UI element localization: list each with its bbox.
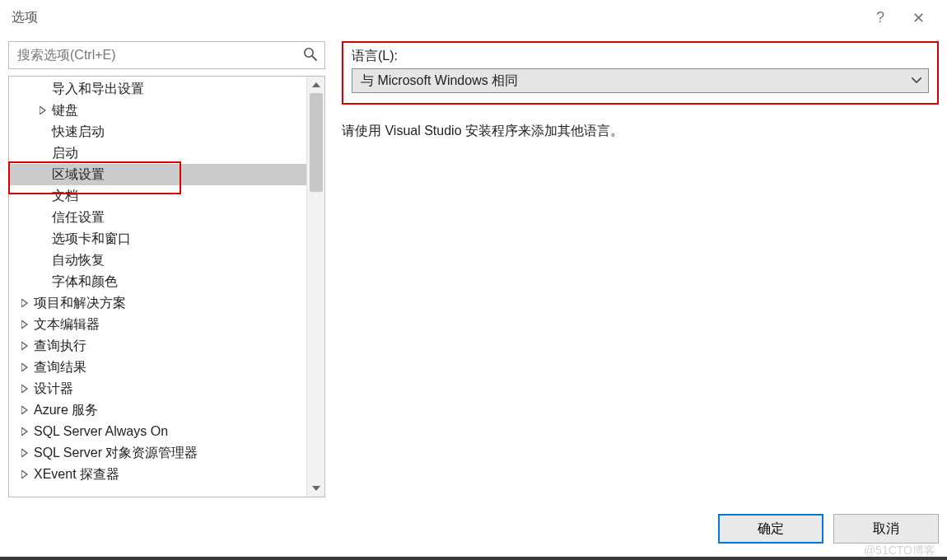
tree-item-label: 自动恢复 [52,252,105,269]
expander-icon[interactable] [19,406,30,414]
tree-item[interactable]: 启动 [9,142,306,164]
tree-item-label: 文档 [52,188,78,205]
language-label: 语言(L): [352,48,398,65]
language-info-text: 请使用 Visual Studio 安装程序来添加其他语言。 [342,123,939,140]
expander-icon[interactable] [37,106,49,114]
scroll-down-icon[interactable] [307,480,324,497]
window-title: 选项 [12,9,38,26]
tree-item[interactable]: 区域设置 [9,164,306,185]
tree-item[interactable]: 文档 [9,185,306,207]
tree-item-label: 快速启动 [52,124,105,141]
tree-item[interactable]: 文本编辑器 [9,314,306,335]
tree-item[interactable]: 信任设置 [9,207,306,228]
language-combobox[interactable]: 与 Microsoft Windows 相同 [352,68,929,93]
tree-item[interactable]: 查询结果 [9,357,306,378]
tree-item[interactable]: SQL Server 对象资源管理器 [9,442,306,464]
tree-item-label: 查询执行 [34,338,86,355]
expander-icon[interactable] [19,299,30,307]
tree-item[interactable]: 设计器 [9,378,306,399]
content-row: 导入和导出设置键盘快速启动启动区域设置文档信任设置选项卡和窗口自动恢复字体和颜色… [0,36,947,497]
tree-item[interactable]: 查询执行 [9,335,306,357]
close-button[interactable]: ✕ [899,5,937,31]
help-icon: ? [876,9,884,26]
tree-item-label: 选项卡和窗口 [52,231,131,248]
right-panel: 语言(L): 与 Microsoft Windows 相同 请使用 Visual… [325,41,939,497]
close-icon: ✕ [912,9,925,27]
language-selected-value: 与 Microsoft Windows 相同 [361,72,518,90]
svg-line-1 [312,56,316,60]
tree-item[interactable]: 导入和导出设置 [9,78,306,100]
expander-icon[interactable] [19,449,30,457]
tree-item[interactable]: 键盘 [9,100,306,121]
titlebar: 选项 ? ✕ [0,0,947,36]
tree-item[interactable]: XEvent 探查器 [9,464,306,485]
tree-item-label: XEvent 探查器 [34,466,119,483]
expander-icon[interactable] [19,385,30,393]
search-input[interactable] [8,41,325,69]
tree-item[interactable]: Azure 服务 [9,399,306,421]
tree-scrollbar[interactable] [306,77,324,497]
expander-icon[interactable] [19,320,30,329]
tree-item-label: 区域设置 [52,166,105,184]
tree-item-label: SQL Server 对象资源管理器 [34,445,198,462]
expander-icon[interactable] [19,363,30,371]
tree-item[interactable]: 选项卡和窗口 [9,228,306,250]
tree-item-label: 启动 [52,145,78,162]
cancel-button[interactable]: 取消 [833,514,939,544]
left-panel: 导入和导出设置键盘快速启动启动区域设置文档信任设置选项卡和窗口自动恢复字体和颜色… [8,41,325,497]
tree-item-label: 字体和颜色 [52,273,118,291]
tree-item-label: Azure 服务 [34,402,98,419]
tree-item[interactable]: 字体和颜色 [9,271,306,292]
expander-icon[interactable] [19,427,30,436]
expander-icon[interactable] [19,342,30,350]
expander-icon[interactable] [19,470,30,478]
tree-item-label: 信任设置 [52,209,105,226]
tree-item[interactable]: 快速启动 [9,121,306,142]
ok-button[interactable]: 确定 [718,514,823,544]
tree-item-label: SQL Server Always On [34,424,168,439]
tree-item-label: 查询结果 [34,359,86,376]
tree-item[interactable]: SQL Server Always On [9,421,306,442]
chevron-down-icon [912,77,921,84]
scroll-up-icon[interactable] [307,77,324,93]
search-wrap [8,41,325,72]
dialog-button-row: 确定 取消 [718,514,939,544]
window-bottom-edge [0,557,947,560]
search-icon[interactable] [302,46,319,63]
tree-item-label: 设计器 [34,380,73,398]
language-group: 语言(L): 与 Microsoft Windows 相同 [342,41,939,105]
tree-item-label: 项目和解决方案 [34,295,126,312]
tree-item-label: 文本编辑器 [34,316,100,334]
scrollbar-thumb[interactable] [310,93,323,192]
tree-item-label: 键盘 [52,102,78,119]
tree-item-label: 导入和导出设置 [52,81,144,98]
tree-item[interactable]: 自动恢复 [9,250,306,271]
help-button[interactable]: ? [861,5,899,31]
tree-item[interactable]: 项目和解决方案 [9,292,306,314]
options-tree: 导入和导出设置键盘快速启动启动区域设置文档信任设置选项卡和窗口自动恢复字体和颜色… [8,76,325,497]
